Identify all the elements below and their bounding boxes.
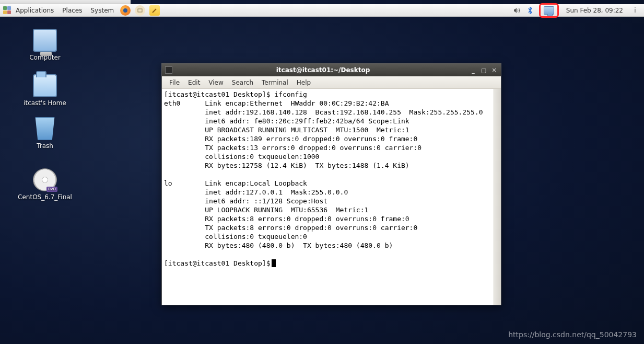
lo-line: RX packets:8 errors:0 dropped:0 overruns… [205,215,409,223]
lo-line: inet6 addr: ::1/128 Scope:Host [205,197,327,205]
menu-search[interactable]: Search [228,79,257,86]
desktop-label: Trash [14,142,76,150]
svg-rect-1 [138,9,142,12]
minimize-button[interactable]: _ [470,66,477,74]
lo-line: collisions:0 txqueuelen:0 [205,233,307,240]
eth0-line: RX bytes:12758 (12.4 KiB) TX bytes:1488 … [205,162,409,169]
eth0-line: Link encap:Ethernet HWaddr 00:0C:29:B2:4… [205,99,389,107]
top-panel: Applications Places System Sun Feb 28, 0… [0,4,644,17]
desktop-trash[interactable]: Trash [14,117,76,150]
menu-help[interactable]: Help [292,79,315,86]
eth0-line: UP BROADCAST RUNNING MULTICAST MTU:1500 … [205,126,409,134]
terminal-window: itcast@itcast01:~/Desktop _ ▢ ✕ File Edi… [161,63,501,305]
cursor-icon [272,259,276,267]
terminal-title-icon [165,66,172,74]
lo-line: inet addr:127.0.0.1 Mask:255.0.0.0 [205,188,348,196]
network-highlight [539,3,559,18]
notes-icon[interactable] [149,5,160,16]
iface-lo: lo [164,179,172,187]
svg-point-0 [123,8,127,13]
lo-line: Link encap:Local Loopback [205,179,307,187]
menu-file[interactable]: File [165,79,184,86]
terminal-menubar: File Edit View Search Terminal Help [162,76,501,89]
eth0-line: RX packets:189 errors:0 dropped:0 overru… [205,135,417,143]
lo-line: TX packets:8 errors:0 dropped:0 overruns… [205,224,417,232]
vm-toolbar [0,0,131,4]
desktop-label: itcast's Home [14,99,76,107]
apps-menu-icon[interactable] [3,6,11,15]
terminal-prompt: [itcast@itcast01 Desktop]$ [164,259,271,267]
places-menu[interactable]: Places [58,4,86,16]
volume-icon[interactable] [512,6,521,15]
network-icon[interactable] [544,6,554,15]
menu-view[interactable]: View [204,79,227,86]
system-menu[interactable]: System [86,4,118,16]
eth0-line: inet6 addr: fe80::20c:29ff:feb2:42ba/64 … [205,117,409,125]
desktop-label: CentOS_6.7_Final [14,193,76,201]
applications-menu[interactable]: Applications [11,4,58,16]
computer-icon [33,29,57,52]
terminal-prompt: [itcast@itcast01 Desktop]$ [164,90,274,98]
desktop-centos-cd[interactable]: CentOS_6.7_Final [14,168,76,201]
terminal-titlebar[interactable]: itcast@itcast01:~/Desktop _ ▢ ✕ [162,64,501,76]
terminal-body[interactable]: [itcast@itcast01 Desktop]$ ifconfig eth0… [162,89,501,305]
close-button[interactable]: ✕ [490,66,498,74]
eth0-line: collisions:0 txqueuelen:1000 [205,153,319,160]
terminal-scrollbar[interactable] [494,89,501,305]
evolution-icon[interactable] [135,5,145,16]
firefox-icon[interactable] [120,5,131,16]
menu-edit[interactable]: Edit [184,79,204,86]
desktop-home[interactable]: itcast's Home [14,74,76,107]
lo-line: UP LOOPBACK RUNNING MTU:65536 Metric:1 [205,206,368,214]
desktop-computer[interactable]: Computer [14,29,76,61]
panel-right: Sun Feb 28, 09:22 i [512,4,644,16]
terminal-title: itcast@itcast01:~/Desktop [177,66,470,74]
panel-left: Applications Places System [0,4,162,16]
eth0-line: inet addr:192.168.140.128 Bcast:192.168.… [205,108,483,116]
lo-line: RX bytes:480 (480.0 b) TX bytes:480 (480… [205,242,393,249]
cd-icon [33,168,57,191]
menu-terminal[interactable]: Terminal [257,79,292,86]
trash-icon [33,117,57,140]
iface-eth0: eth0 [164,99,180,107]
clock[interactable]: Sun Feb 28, 09:22 [563,7,626,14]
bluetooth-icon[interactable] [525,6,535,15]
user-menu[interactable]: i [630,6,640,15]
maximize-button[interactable]: ▢ [480,66,487,74]
terminal-command: ifconfig [274,90,307,98]
eth0-line: TX packets:13 errors:0 dropped:0 overrun… [205,144,421,152]
home-folder-icon [33,74,57,97]
play-icon [73,0,80,4]
watermark: https://blog.csdn.net/qq_50042793 [508,330,637,339]
